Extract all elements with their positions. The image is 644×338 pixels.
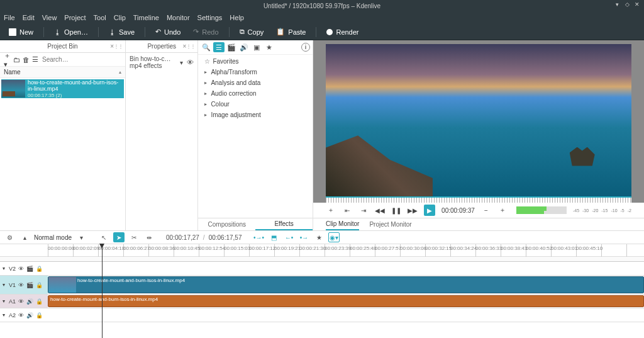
open-button[interactable]: ⭳Open…	[49, 26, 93, 38]
gpu-filter-icon[interactable]: ▣	[251, 42, 262, 52]
visibility-icon[interactable]: 👁	[187, 59, 194, 66]
play-button[interactable]: ▶	[424, 205, 435, 216]
tab-project-monitor[interactable]: Project Monitor	[369, 218, 411, 230]
add-folder-button[interactable]: 🗀	[13, 55, 20, 64]
video-icon[interactable]: 🎬	[26, 266, 33, 272]
paste-button[interactable]: 📋Paste	[271, 26, 311, 38]
pause-button[interactable]: ❚❚	[391, 205, 401, 215]
list-view-icon[interactable]: ☰	[213, 42, 225, 52]
favorites-filter-icon[interactable]: ★	[264, 42, 275, 52]
track-header-a2[interactable]: ▾ A2 👁 🔊 🔒	[0, 308, 48, 322]
save-button[interactable]: ⭳Save	[104, 26, 140, 38]
chevron-down-icon[interactable]: ▾	[180, 59, 183, 66]
rewind-button[interactable]: ◀◀	[375, 205, 385, 215]
prev-keyframe-button[interactable]: ⇤	[342, 205, 352, 215]
maximize-icon[interactable]: ◇	[624, 1, 630, 8]
track-header-v1[interactable]: ▾ V1 👁 🎬 🔒	[0, 276, 48, 295]
copy-button[interactable]: ⧉Copy	[235, 26, 269, 38]
render-button[interactable]: Render	[321, 26, 364, 38]
lock-icon[interactable]: 🔒	[36, 282, 43, 288]
lift-zone-button[interactable]: •→	[298, 232, 309, 242]
menu-project[interactable]: Project	[64, 14, 86, 21]
effect-category-favorites[interactable]: Favorites	[198, 56, 313, 67]
preview-render-button[interactable]: ◉▾	[328, 232, 340, 242]
collapse-icon[interactable]: ▾	[3, 298, 5, 304]
track-lane-a2[interactable]	[48, 308, 644, 322]
effect-category-colour[interactable]: Colour	[198, 99, 313, 110]
menu-view[interactable]: View	[42, 14, 57, 21]
effect-category-audio[interactable]: Audio correction	[198, 88, 313, 99]
timeline-clip-audio[interactable]: how-to-create-mount-and-burn-isos-in-lin…	[48, 295, 644, 307]
monitor-ruler[interactable]	[326, 196, 631, 203]
track-compositing-button[interactable]: ▴	[19, 232, 30, 242]
close-icon[interactable]: ✕	[634, 1, 640, 8]
timeline-tracks[interactable]: 00:00:00:0000:00:02:0900:00:04:1800:00:0…	[48, 244, 644, 338]
monitor-timecode[interactable]: 00:00:09:37	[441, 207, 475, 214]
menu-monitor[interactable]: Monitor	[167, 14, 190, 21]
panel-grip-icon[interactable]: ⋮⋮	[186, 43, 195, 49]
add-clip-button[interactable]: ＋▾	[4, 55, 11, 64]
effect-category-analysis[interactable]: Analysis and data	[198, 77, 313, 88]
collapse-icon[interactable]: ▾	[3, 312, 5, 318]
bin-search-input[interactable]	[41, 55, 123, 64]
menu-settings[interactable]: Settings	[197, 14, 223, 21]
bin-options-button[interactable]: ☰	[32, 55, 38, 64]
menu-file[interactable]: File	[4, 14, 15, 21]
zoom-in-button[interactable]: ＋	[497, 205, 508, 215]
track-lane-v2[interactable]	[48, 262, 644, 276]
audio-icon[interactable]: 🔊	[26, 298, 33, 305]
mode-dropdown-icon[interactable]: ▾	[75, 232, 87, 242]
timeline-zoom-bar[interactable]	[48, 257, 644, 262]
tab-compositions[interactable]: Compositions	[198, 218, 255, 230]
favorite-effects-button[interactable]: ★	[313, 232, 325, 242]
effect-category-image[interactable]: Image adjustment	[198, 110, 313, 120]
audio-icon[interactable]: 🔊	[26, 312, 33, 318]
tab-clip-monitor[interactable]: Clip Monitor	[326, 218, 359, 230]
timeline-settings-button[interactable]: ⚙	[4, 232, 15, 242]
tool-spacer-button[interactable]: ↖	[98, 232, 109, 242]
video-icon[interactable]: 🎬	[26, 282, 33, 288]
track-lane-a1[interactable]: how-to-create-mount-and-burn-isos-in-lin…	[48, 295, 644, 308]
effect-category-alpha[interactable]: Alpha/Transform	[198, 67, 313, 77]
new-button[interactable]: New	[4, 26, 38, 38]
search-icon[interactable]: 🔍	[201, 42, 212, 52]
redo-button[interactable]: ↷Redo	[188, 26, 223, 38]
sort-icon[interactable]: ▴	[119, 69, 121, 75]
menu-tool[interactable]: Tool	[94, 14, 106, 21]
lock-icon[interactable]: 🔒	[36, 266, 43, 272]
playhead[interactable]	[102, 244, 103, 338]
tab-effects[interactable]: Effects	[255, 218, 313, 230]
timecode-in[interactable]: 00:00:17,27	[166, 234, 199, 241]
timeline-ruler[interactable]: 00:00:00:0000:00:02:0900:00:04:1800:00:0…	[48, 244, 644, 257]
track-lane-v1[interactable]: how-to-create-mount-and-burn-isos-in-lin…	[48, 276, 644, 295]
next-keyframe-button[interactable]: ⇥	[358, 205, 369, 215]
mute-icon[interactable]: 👁	[18, 312, 24, 318]
info-icon[interactable]: i	[301, 43, 310, 52]
collapse-icon[interactable]: ▾	[3, 266, 5, 271]
edit-mode-select[interactable]: Normal mode	[34, 234, 72, 241]
mute-icon[interactable]: 👁	[18, 282, 24, 288]
panel-grip-icon[interactable]: ⋮⋮	[114, 43, 123, 49]
minimize-icon[interactable]: ▾	[614, 1, 620, 8]
delete-clip-button[interactable]: 🗑	[23, 55, 30, 64]
video-filter-icon[interactable]: 🎬	[226, 42, 237, 52]
timecode-out[interactable]: 00:06:17,57	[209, 234, 242, 241]
lock-icon[interactable]: 🔒	[36, 298, 43, 305]
collapse-icon[interactable]: ▾	[3, 282, 5, 288]
tool-select-button[interactable]: ➤	[113, 232, 125, 242]
mute-icon[interactable]: 👁	[18, 266, 24, 272]
monitor-preview[interactable]	[326, 44, 631, 196]
audio-filter-icon[interactable]: 🔊	[238, 42, 250, 52]
forward-button[interactable]: ▶▶	[408, 205, 418, 215]
insert-zone-button[interactable]: •→•	[253, 232, 264, 242]
track-header-a1[interactable]: ▾ A1 👁 🔊 🔒	[0, 295, 48, 308]
menu-help[interactable]: Help	[230, 14, 244, 21]
tool-spacer2-button[interactable]: ⇹	[143, 232, 155, 242]
timeline-clip-video[interactable]: how-to-create-mount-and-burn-isos-in-lin…	[48, 276, 644, 293]
zone-in-button[interactable]: ＋	[326, 205, 336, 215]
extract-zone-button[interactable]: ←•	[283, 232, 294, 242]
track-header-v2[interactable]: ▾ V2 👁 🎬 🔒	[0, 262, 48, 276]
bin-column-name[interactable]: Name	[4, 69, 21, 76]
menu-clip[interactable]: Clip	[114, 14, 126, 21]
zoom-out-button[interactable]: −	[481, 205, 491, 215]
